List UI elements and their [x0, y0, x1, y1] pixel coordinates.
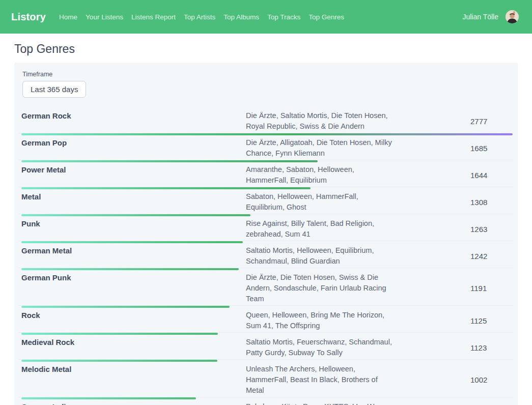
genre-listen-count: 1242: [470, 252, 514, 261]
genre-row: German Pop Die Ärzte, Alligatoah, Die To…: [18, 133, 514, 160]
nav-item-top-tracks[interactable]: Top Tracks: [267, 13, 300, 21]
genre-top-artists: Bukahara, Käptn Peng, KYTES, Von Wegen L…: [246, 401, 396, 405]
genre-top-artists: Die Ärzte, Saltatio Mortis, Die Toten Ho…: [246, 110, 396, 132]
timeframe-block: Timeframe Last 365 days: [18, 71, 514, 98]
genre-name: German Rock: [18, 110, 246, 121]
nav-item-your-listens[interactable]: Your Listens: [86, 13, 123, 21]
genre-name: German Punk: [18, 272, 246, 283]
genre-name: Melodic Metal: [18, 364, 246, 374]
genre-top-artists: Amaranthe, Sabaton, Helloween, HammerFal…: [246, 164, 396, 186]
genre-listen-bar: [21, 306, 230, 308]
genre-top-artists: Queen, Helloween, Bring Me The Horizon, …: [246, 310, 396, 331]
nav-item-listens-report[interactable]: Listens Report: [131, 13, 176, 21]
genre-top-artists: Saltatio Mortis, Helloween, Equilibrium,…: [246, 245, 396, 267]
genre-row: Metal Sabaton, Helloween, HammerFall, Eq…: [18, 187, 514, 214]
page-title: Top Genres: [14, 42, 518, 56]
genre-listen-bar: [21, 160, 318, 162]
genre-row: German Punk Die Ärzte, Die Toten Hosen, …: [18, 268, 514, 306]
genre-listen-bar: [21, 333, 218, 335]
genre-top-artists: Die Ärzte, Die Toten Hosen, Swiss & Die …: [246, 272, 396, 304]
genre-row: Melodic Metal Unleash The Archers, Hello…: [18, 360, 514, 397]
genre-listen-bar: [21, 241, 243, 243]
nav-item-top-artists[interactable]: Top Artists: [184, 13, 215, 21]
genre-listen-count: 1263: [470, 225, 514, 234]
genre-row: Power Metal Amaranthe, Sabaton, Hellowee…: [18, 160, 514, 187]
genre-listen-bar: [21, 268, 239, 270]
genre-listen-bar: [21, 360, 217, 362]
user-avatar-photo-icon: [506, 10, 519, 23]
genre-top-artists: Die Ärzte, Alligatoah, Die Toten Hosen, …: [246, 137, 396, 159]
genre-name: Power Metal: [18, 164, 246, 175]
genre-name: Punk: [18, 218, 246, 229]
genre-name: Medieval Rock: [18, 337, 246, 348]
genre-top-artists: Saltatio Mortis, Feuerschwanz, Schandmau…: [246, 337, 396, 358]
main-nav: HomeYour ListensListens ReportTop Artist…: [59, 13, 344, 21]
genre-name: Rock: [18, 310, 246, 321]
app-logo[interactable]: Listory: [11, 11, 46, 23]
genre-listen-count: 1125: [470, 316, 514, 325]
genre-listen-bar: [21, 397, 196, 399]
top-genres-card: Timeframe Last 365 days German Rock Die …: [14, 63, 518, 405]
genre-row: Medieval Rock Saltatio Mortis, Feuerschw…: [18, 333, 514, 360]
genre-top-artists: Rise Against, Billy Talent, Bad Religion…: [246, 218, 396, 240]
genre-listen-count: 1308: [470, 198, 514, 207]
main-content: Top Genres Timeframe Last 365 days Germa…: [0, 42, 532, 405]
genre-row: Rock Queen, Helloween, Bring Me The Hori…: [18, 306, 514, 333]
nav-item-top-genres[interactable]: Top Genres: [309, 13, 344, 21]
genre-name: German Metal: [18, 245, 246, 256]
genre-listen-count: 2777: [470, 117, 514, 126]
genres-table: German Rock Die Ärzte, Saltatio Mortis, …: [18, 106, 514, 405]
genre-name: Metal: [18, 191, 246, 202]
genre-top-artists: Unleash The Archers, Helloween, HammerFa…: [246, 364, 396, 396]
genre-listen-bar: [21, 187, 311, 189]
genre-listen-count: 1123: [470, 343, 514, 352]
user-avatar[interactable]: [506, 10, 519, 23]
genre-top-artists: Sabaton, Helloween, HammerFall, Equilibr…: [246, 191, 396, 213]
user-name[interactable]: Julian Tölle: [462, 13, 498, 21]
nav-item-top-albums[interactable]: Top Albums: [223, 13, 259, 21]
genre-listen-count: 1191: [470, 284, 514, 293]
timeframe-label: Timeframe: [22, 71, 514, 78]
genre-name: German Indie: [18, 401, 246, 405]
genre-listen-bar: [21, 214, 250, 216]
genre-row: German Rock Die Ärzte, Saltatio Mortis, …: [18, 106, 514, 133]
genre-listen-bar: [21, 133, 513, 135]
genre-listen-count: 1002: [470, 375, 514, 384]
timeframe-select[interactable]: Last 365 days: [22, 81, 86, 98]
genre-listen-count: 1685: [470, 144, 514, 153]
app-header: Listory HomeYour ListensListens ReportTo…: [0, 0, 532, 34]
genre-row: German Metal Saltatio Mortis, Helloween,…: [18, 241, 514, 268]
nav-item-home[interactable]: Home: [59, 13, 77, 21]
genre-listen-count: 1644: [470, 171, 514, 180]
genre-row: Punk Rise Against, Billy Talent, Bad Rel…: [18, 214, 514, 241]
genre-name: German Pop: [18, 137, 246, 148]
